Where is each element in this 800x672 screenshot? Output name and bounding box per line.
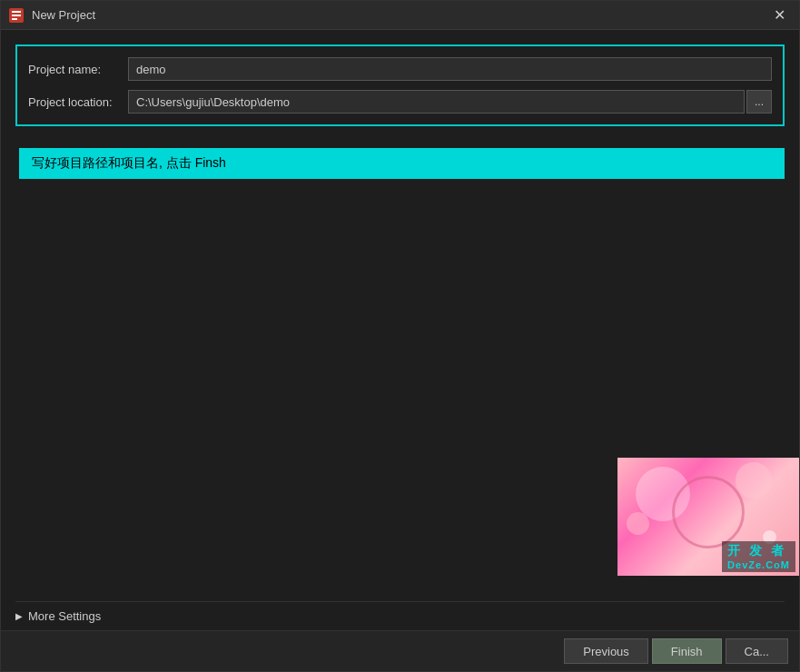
footer-bar: Previous Finish Ca... — [1, 630, 799, 671]
browse-button[interactable]: ... — [746, 90, 772, 114]
svg-rect-3 — [12, 18, 17, 20]
title-bar: New Project ✕ — [1, 1, 799, 30]
bottom-section: ▶ More Settings — [15, 601, 785, 630]
project-name-row: Project name: — [28, 57, 772, 81]
finish-button[interactable]: Finish — [652, 638, 722, 664]
cancel-button[interactable]: Ca... — [726, 638, 788, 664]
more-settings-row[interactable]: ▶ More Settings — [15, 601, 785, 630]
project-location-label: Project location: — [28, 95, 128, 109]
project-location-input[interactable] — [128, 90, 745, 114]
project-location-row: Project location: ... — [28, 90, 772, 114]
project-name-input[interactable] — [128, 57, 772, 81]
svg-rect-1 — [12, 11, 21, 13]
watermark-text: 开 发 者 — [727, 543, 790, 559]
svg-rect-2 — [12, 15, 21, 16]
more-settings-label: More Settings — [28, 609, 101, 623]
tooltip-box: 写好项目路径和项目名, 点击 Finsh — [19, 148, 785, 179]
form-section: Project name: Project location: ... — [15, 44, 785, 126]
watermark-image: 开 发 者 DevZe.CoM — [617, 458, 799, 576]
watermark-overlay: 开 发 者 DevZe.CoM — [722, 541, 795, 572]
content-area: Project name: Project location: ... 写好项目… — [1, 30, 799, 630]
app-icon — [8, 7, 25, 24]
project-name-label: Project name: — [28, 63, 128, 76]
watermark-subtext: DevZe.CoM — [727, 559, 790, 570]
previous-button[interactable]: Previous — [564, 638, 648, 664]
close-button[interactable]: ✕ — [766, 3, 792, 28]
more-settings-arrow-icon: ▶ — [15, 611, 23, 621]
watermark-content: 开 发 者 DevZe.CoM — [617, 458, 799, 576]
window-title: New Project — [32, 8, 766, 22]
new-project-window: New Project ✕ Project name: Project loca… — [0, 0, 800, 672]
